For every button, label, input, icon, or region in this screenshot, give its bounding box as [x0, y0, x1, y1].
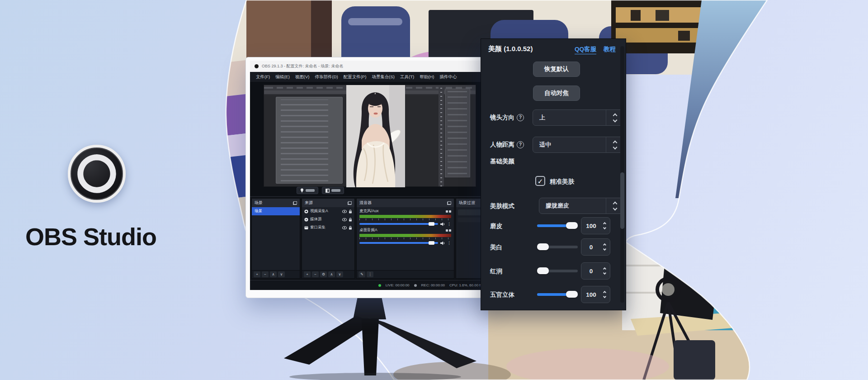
autofocus-button[interactable]: 自动对焦 [533, 86, 580, 101]
qq-support-link[interactable]: QQ客服 [575, 45, 596, 54]
source-up-button[interactable]: ∧ [328, 271, 335, 277]
help-icon[interactable]: ? [517, 141, 524, 148]
mixer-channel: 麦克风/Aux ⋮ [357, 207, 454, 226]
meter-ticks [359, 238, 451, 239]
menu-profile[interactable]: 配置文件(P) [341, 73, 369, 81]
channel-menu-icon[interactable]: ⋮ [447, 222, 451, 226]
window-icon [326, 189, 330, 193]
whitening-spinner[interactable]: 0 [581, 238, 610, 256]
eye-icon[interactable] [342, 226, 347, 229]
add-source-button[interactable]: + [304, 271, 311, 277]
menu-file[interactable]: 文件(F) [254, 73, 272, 81]
smoothing-spinner[interactable]: 100 [581, 217, 610, 234]
precise-skin-checkbox[interactable]: ✓ [535, 176, 545, 186]
channel-options-icon[interactable] [446, 229, 451, 232]
sources-dock-header: 来源 [302, 199, 354, 207]
volume-slider[interactable] [359, 242, 438, 244]
person-distance-select[interactable]: 适中 [533, 137, 624, 153]
obs-statusbar: LIVE: 00:00:00 REC: 00:00:00 CPU: 1.6%, … [250, 280, 489, 290]
captured-settings-panel [276, 97, 343, 184]
source-item[interactable]: 窗口采集 [302, 223, 354, 232]
scenes-dock-header: 场景 [252, 199, 300, 207]
face-3d-spinner[interactable]: 100 [581, 286, 610, 303]
remove-source-button[interactable]: − [312, 271, 319, 277]
speaker-icon[interactable] [440, 222, 445, 226]
mixer-menu-button[interactable]: ⋮ [367, 271, 373, 277]
camera-direction-label: 镜头方向 [490, 114, 514, 122]
source-item[interactable]: 视频采集A [302, 207, 354, 215]
scene-up-button[interactable]: ∧ [270, 271, 277, 277]
skin-mode-select[interactable]: 朦胧磨皮 [539, 198, 624, 214]
menu-docks[interactable]: 停靠部件(D) [312, 73, 340, 81]
channel-options-icon[interactable] [446, 210, 451, 213]
source-item[interactable]: 媒体源 [302, 215, 354, 223]
panel-scrollbar-thumb[interactable] [620, 172, 624, 229]
popout-icon[interactable] [348, 201, 352, 205]
audio-meter [359, 234, 451, 237]
sources-toolbar: + − ⚙ ∧ ∨ [302, 270, 354, 278]
live-indicator-icon [378, 284, 381, 287]
sources-list: 视频采集A 媒体源 窗口采集 [302, 207, 354, 270]
lock-icon[interactable] [349, 226, 352, 230]
window-source-icon [304, 226, 308, 230]
sources-dock: 来源 视频采集A 媒体源 [302, 198, 355, 279]
mixer-dock-title: 混音器 [359, 200, 372, 206]
remove-scene-button[interactable]: − [262, 271, 269, 277]
camera-direction-select[interactable]: 上 [533, 109, 624, 126]
meter-ticks [359, 218, 451, 220]
popout-icon[interactable] [293, 201, 297, 205]
spinner-arrows-icon[interactable] [601, 242, 610, 252]
menu-tools[interactable]: 工具(T) [398, 73, 416, 81]
restore-default-button[interactable]: 恢复默认 [533, 62, 580, 77]
eye-icon[interactable] [342, 210, 347, 213]
mixer-dock-header: 混音器 [357, 199, 454, 207]
media-source-icon [304, 218, 308, 222]
volume-slider[interactable] [359, 223, 438, 225]
menu-view[interactable]: 视图(V) [293, 73, 312, 81]
popout-icon[interactable] [447, 201, 451, 205]
scene-down-button[interactable]: ∨ [278, 271, 285, 277]
menu-help[interactable]: 帮助(H) [417, 73, 436, 81]
smoothing-slider[interactable] [537, 224, 578, 227]
menu-scene-collection[interactable]: 场景集合(S) [369, 73, 397, 81]
skin-mode-label: 美肤模式 [490, 202, 514, 210]
captured-tool-strip [439, 85, 444, 186]
face-3d-label: 五官立体 [490, 291, 514, 299]
preview-chip-window[interactable] [322, 187, 344, 194]
lock-icon[interactable] [349, 218, 352, 222]
add-scene-button[interactable]: + [254, 271, 260, 277]
lock-icon[interactable] [349, 209, 352, 214]
eye-icon[interactable] [342, 218, 347, 221]
obs-menubar: 文件(F) 编辑(E) 视图(V) 停靠部件(D) 配置文件(P) 场景集合(S… [250, 72, 489, 82]
source-properties-button[interactable]: ⚙ [320, 271, 327, 277]
preview-chip-marker[interactable] [297, 187, 318, 194]
rec-indicator-icon [414, 284, 417, 287]
captured-window [264, 85, 476, 187]
rosy-label: 红润 [490, 267, 502, 276]
scenes-list: 场景 [252, 207, 300, 270]
spinner-arrows-icon[interactable] [601, 290, 610, 299]
help-icon[interactable]: ? [517, 114, 524, 121]
source-down-button[interactable]: ∨ [336, 271, 343, 277]
spinner-arrows-icon[interactable] [601, 221, 610, 230]
tutorial-link[interactable]: 教程 [604, 45, 616, 54]
perf-stats: CPU: 1.6%, 60.00 fps [449, 283, 484, 287]
menu-plugin-center[interactable]: 插件中心 [437, 73, 459, 81]
smoothing-label: 磨皮 [490, 222, 502, 230]
portrait-photo [346, 85, 405, 187]
beauty-filter-panel: 美颜 (1.0.0.52) QQ客服 教程 恢复默认 自动对焦 镜头方向 ? 上… [481, 38, 626, 310]
face-3d-slider[interactable] [537, 293, 578, 296]
basic-beauty-section-title: 基础美颜 [490, 157, 514, 166]
menu-edit[interactable]: 编辑(E) [273, 73, 292, 81]
mixer-channel-label: 麦克风/Aux [359, 209, 379, 214]
scene-item-selected[interactable]: 场景 [252, 207, 300, 215]
rosy-slider[interactable] [537, 270, 578, 272]
channel-menu-icon[interactable]: ⋮ [447, 241, 451, 245]
sources-dock-title: 来源 [305, 200, 313, 206]
scenes-toolbar: + − ∧ ∨ [252, 270, 300, 278]
mixer-edit-button[interactable]: ✎ [359, 271, 365, 277]
spinner-arrows-icon[interactable] [601, 266, 610, 276]
whitening-slider[interactable] [537, 246, 578, 248]
rosy-spinner[interactable]: 0 [581, 262, 610, 280]
speaker-icon[interactable] [440, 241, 445, 245]
